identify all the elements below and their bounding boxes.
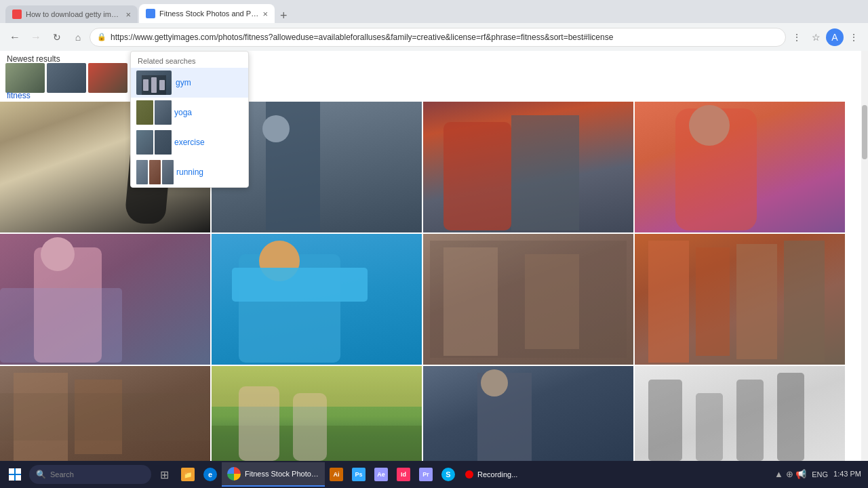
photo-8-dance-class[interactable]	[635, 234, 845, 365]
photo-11-man-sprint[interactable]	[423, 366, 633, 461]
taskbar-ae[interactable]: Ae	[370, 464, 392, 485]
extensions-button[interactable]: ⋮	[788, 28, 806, 46]
start-button[interactable]	[1, 461, 28, 488]
taskbar-pr[interactable]: Pr	[415, 464, 437, 485]
tab-active[interactable]: Fitness Stock Photos and Pict... ×	[139, 4, 275, 23]
related-thumb-exercise-1	[136, 130, 153, 155]
back-button[interactable]: ←	[5, 28, 24, 47]
photo-4-woman-smile[interactable]	[635, 102, 845, 232]
photo-10-mountains[interactable]	[212, 366, 422, 461]
photo-12-yoga-class[interactable]	[635, 366, 845, 461]
strip-thumb-2[interactable]	[47, 63, 86, 93]
taskbar-ai[interactable]: Ai	[326, 464, 347, 485]
account-button[interactable]: A	[826, 28, 844, 46]
photo-6-woman-blue[interactable]	[212, 234, 422, 365]
taskbar-chrome[interactable]: Fitness Stock Photos...	[222, 462, 325, 487]
photo-3-couple-exercise[interactable]	[423, 102, 633, 232]
bookmark-button[interactable]: ☆	[807, 28, 825, 46]
related-label-gym: gym	[176, 78, 191, 87]
forward-button[interactable]: →	[26, 28, 45, 47]
taskbar-recording-label: Recording...	[477, 470, 517, 479]
fitness-label[interactable]: fitness	[7, 91, 31, 100]
related-item-gym[interactable]: gym	[131, 68, 248, 98]
system-tray: ▲ ⊕ 📢 ENG 1:43 PM	[774, 469, 867, 479]
tab-close-1[interactable]: ×	[125, 9, 131, 20]
photo-5-woman-weights[interactable]	[0, 234, 210, 365]
related-thumb-running-2	[149, 160, 161, 184]
related-item-exercise[interactable]: exercise	[131, 127, 248, 157]
toolbar-right: ⋮ ☆ A ⋮	[788, 28, 863, 46]
taskbar-chrome-label: Fitness Stock Photos...	[245, 470, 319, 478]
tab-favicon-1	[12, 9, 22, 19]
page-content: Newest results fitness Related searches	[0, 51, 868, 461]
address-bar[interactable]: 🔒 https://www.gettyimages.com/photos/fit…	[90, 28, 786, 47]
tab-inactive[interactable]: How to download getty imag... ×	[5, 5, 138, 23]
taskbar-id[interactable]: Id	[393, 464, 414, 485]
related-header: Related searches	[131, 52, 248, 68]
main-photo-grid	[0, 102, 861, 461]
url-text: https://www.gettyimages.com/photos/fitne…	[111, 33, 778, 42]
related-label-running: running	[176, 167, 203, 177]
related-item-running[interactable]: running	[131, 157, 248, 187]
taskbar-search[interactable]: 🔍 Search	[29, 465, 151, 484]
related-item-yoga[interactable]: yoga	[131, 98, 248, 127]
strip-thumb-3[interactable]	[88, 63, 127, 93]
taskbar: 🔍 Search ⊞ 📁 e Fitness Stock Photos... A…	[0, 461, 868, 488]
address-bar-row: ← → ↻ ⌂ 🔒 https://www.gettyimages.com/ph…	[0, 23, 868, 51]
taskbar-ps[interactable]: Ps	[348, 464, 370, 485]
taskbar-edge[interactable]: e	[199, 464, 221, 485]
taskbar-skype[interactable]: S	[437, 464, 459, 485]
scrollbar[interactable]	[861, 51, 868, 461]
related-thumb-gym	[136, 70, 172, 95]
time-text: 1:43 PM	[833, 469, 861, 479]
photo-row-1	[0, 102, 861, 232]
newest-results-label: Newest results	[7, 54, 60, 64]
home-button[interactable]: ⌂	[68, 28, 87, 47]
related-thumb-yoga-1	[136, 100, 153, 125]
related-label-exercise: exercise	[174, 138, 205, 147]
lock-icon: 🔒	[97, 33, 106, 41]
new-tab-button[interactable]: +	[276, 8, 292, 23]
settings-button[interactable]: ⋮	[845, 28, 863, 46]
related-label-yoga: yoga	[174, 108, 192, 117]
related-thumb-running-1	[136, 160, 148, 184]
related-thumb-yoga-2	[155, 100, 172, 125]
strip-thumb-1[interactable]	[5, 63, 45, 93]
system-tray-icons: ▲ ⊕ 📢	[774, 469, 806, 479]
tab-bar: How to download getty imag... × Fitness …	[0, 0, 868, 23]
related-dropdown: Related searches gym	[130, 51, 249, 188]
photo-row-2	[0, 234, 861, 365]
photo-row-3	[0, 366, 861, 461]
tab-close-2[interactable]: ×	[262, 9, 268, 19]
tab-favicon-2	[146, 9, 155, 18]
photo-9-kitchen2[interactable]	[0, 366, 210, 461]
time-display[interactable]: 1:43 PM	[833, 469, 861, 479]
taskbar-recording[interactable]: Recording...	[460, 462, 523, 487]
browser-chrome: How to download getty imag... × Fitness …	[0, 0, 868, 488]
scrollbar-thumb[interactable]	[862, 105, 867, 159]
photo-7-kitchen[interactable]	[423, 234, 633, 365]
task-view-button[interactable]: ⊞	[152, 461, 176, 488]
tab-label-2: Fitness Stock Photos and Pict...	[159, 9, 258, 18]
tab-label-1: How to download getty imag...	[26, 10, 121, 18]
lang-indicator: ENG	[812, 470, 828, 479]
related-thumb-exercise-2	[155, 130, 172, 155]
taskbar-file-explorer[interactable]: 📁	[177, 464, 199, 485]
related-thumb-running-3	[162, 160, 174, 184]
refresh-button[interactable]: ↻	[47, 28, 66, 47]
